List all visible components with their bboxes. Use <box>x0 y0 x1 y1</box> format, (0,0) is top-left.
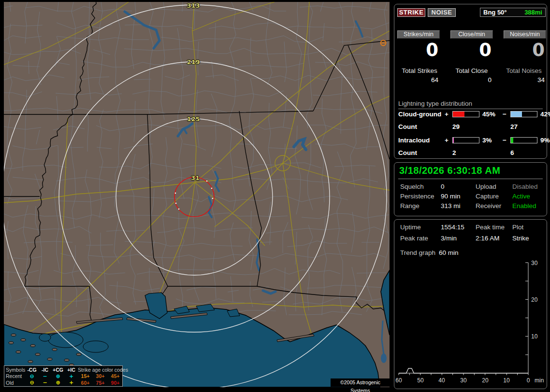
intracloud-label: Intracloud <box>398 137 445 144</box>
age-30: 30+ <box>93 373 108 379</box>
trend-chart: 30 20 10 60 50 40 30 20 10 0 min <box>395 260 546 387</box>
total-strikes-value: 64 <box>395 76 438 84</box>
total-noises-label: Total Noises <box>500 67 548 74</box>
trend-series-strike <box>399 368 528 373</box>
plus-sign: + <box>445 137 452 144</box>
lightning-map[interactable]: 313 219 125 31 <box>4 2 390 387</box>
ic-minus-count: 6 <box>510 149 538 156</box>
range-label: Range <box>400 202 420 210</box>
strike-mode-button[interactable]: STRIKE <box>397 8 425 17</box>
bearing-display: Bng 50° 388mi <box>480 8 546 17</box>
persistence-label: Persistence <box>400 193 434 200</box>
ic-plus-pct: 3% <box>480 137 503 144</box>
ic-minus-bar <box>510 137 537 143</box>
plus-sign: + <box>445 111 452 118</box>
cg-minus-count: 27 <box>510 123 538 130</box>
trend-graph-row: Trend graph 60 min <box>394 249 547 258</box>
map-legend: Symbols -CG -IC +CG +IC Strike age color… <box>4 365 123 387</box>
total-close-value: 0 <box>449 76 492 84</box>
legend-col-pos-cg: +CG <box>51 367 65 373</box>
x-tick-20: 20 <box>482 377 489 384</box>
x-tick-30: 30 <box>460 377 467 384</box>
peak-rate-label: Peak rate <box>400 235 428 242</box>
old-pos-ic-icon: + <box>65 379 78 386</box>
y-tick-30: 30 <box>531 260 538 266</box>
x-axis-unit: min <box>535 377 544 384</box>
upload-label: Upload <box>476 183 496 190</box>
uptime-label: Uptime <box>400 224 421 231</box>
uptime-row: Uptime 1554:15 Peak time Plot <box>394 224 547 232</box>
old-neg-cg-icon: ⊖ <box>25 379 39 386</box>
noises-per-min-value: 0 <box>502 41 545 59</box>
close-per-min-value: 0 <box>449 41 492 59</box>
legend-col-neg-ic: -IC <box>39 367 51 373</box>
cg-plus-count: 29 <box>452 123 480 130</box>
capture-status: Active <box>512 193 530 200</box>
persistence-value: 90 min <box>441 193 461 200</box>
noise-mode-button[interactable]: NOISE <box>428 8 456 17</box>
intracloud-count-row: Count 2 6 <box>398 148 550 157</box>
peak-rate-row: Peak rate 3/min 2:16 AM Strike <box>394 235 547 243</box>
receiver-label: Receiver <box>476 202 501 210</box>
trend-axes <box>399 263 528 375</box>
old-neg-ic-icon: − <box>39 379 51 386</box>
age-15: 15+ <box>78 373 93 379</box>
recent-pos-cg-icon: ⊕ <box>51 373 65 379</box>
count-label: Count <box>398 149 445 156</box>
peak-rate-value: 3/min <box>441 235 457 242</box>
squelch-value: 0 <box>441 183 445 190</box>
cg-minus-bar <box>510 111 537 117</box>
range-value: 313 mi <box>441 202 461 210</box>
strikes-per-min-value: 0 <box>395 41 438 59</box>
datetime-display: 3/18/2026 6:30:18 AM <box>399 165 500 176</box>
peak-time-value: 2:16 AM <box>476 235 500 242</box>
legend-row-recent-label: Recent <box>6 373 25 379</box>
recent-neg-ic-icon: − <box>39 373 51 379</box>
bearing-label: Bng 50° <box>483 9 507 16</box>
x-tick-40: 40 <box>438 377 445 384</box>
total-noises-value: 34 <box>502 76 545 84</box>
divider <box>398 179 543 179</box>
noises-per-min-chip[interactable]: Noises/min <box>504 30 546 39</box>
age-60: 60+ <box>78 380 93 386</box>
legend-symbols-label: Symbols <box>6 367 25 373</box>
cg-plus-bar <box>452 111 479 117</box>
peak-time-label: Peak time <box>476 224 505 231</box>
cg-plus-pct: 45% <box>480 111 503 118</box>
close-per-min-chip[interactable]: Close/min <box>450 30 493 39</box>
recent-neg-cg-icon: ⊖ <box>25 373 39 379</box>
bearing-range-value: 388mi <box>524 9 542 16</box>
squelch-label: Squelch <box>400 183 424 190</box>
trend-graph-label: Trend graph <box>400 249 435 256</box>
trend-graph-window: 60 min <box>439 249 459 256</box>
old-pos-cg-icon: ⊕ <box>51 379 65 386</box>
cg-minus-pct: 42% <box>538 111 550 118</box>
total-strikes-label: Total Strikes <box>395 67 444 74</box>
ic-plus-count: 2 <box>452 149 480 156</box>
cloud-ground-row: Cloud-ground + 45% − 42% <box>398 110 550 118</box>
status-row: Persistence 90 min Capture Active <box>394 193 547 201</box>
x-tick-0: 0 <box>527 377 530 384</box>
age-75: 75+ <box>93 380 108 386</box>
uptime-value: 1554:15 <box>441 224 464 231</box>
recent-pos-ic-icon: + <box>65 373 78 379</box>
intracloud-row: Intracloud + 3% − 9% <box>398 136 550 144</box>
legend-age-title: Strike age color codes <box>78 367 123 373</box>
legend-row-old-label: Old <box>6 380 25 386</box>
strikes-per-min-chip[interactable]: Strikes/min <box>397 30 440 39</box>
map-canvas <box>4 2 390 387</box>
cloud-ground-label: Cloud-ground <box>398 111 445 118</box>
ic-minus-pct: 9% <box>538 137 550 144</box>
legend-col-neg-cg: -CG <box>25 367 39 373</box>
nexstorm-app-window: 313 219 125 31 Symbols -CG -IC +CG +IC S… <box>0 0 550 392</box>
count-label: Count <box>398 123 445 130</box>
x-tick-50: 50 <box>417 377 424 384</box>
trend-panel: Uptime 1554:15 Peak time Plot Peak rate … <box>394 219 547 389</box>
status-row: Range 313 mi Receiver Enabled <box>394 202 547 211</box>
receiver-status: Enabled <box>512 202 536 210</box>
x-tick-60: 60 <box>395 377 402 384</box>
counters-panel: STRIKE NOISE Bng 50° 388mi Strikes/min C… <box>394 4 547 159</box>
minus-sign: − <box>503 137 510 144</box>
legend-col-pos-ic: +IC <box>65 367 78 373</box>
age-90: 90+ <box>108 380 123 386</box>
